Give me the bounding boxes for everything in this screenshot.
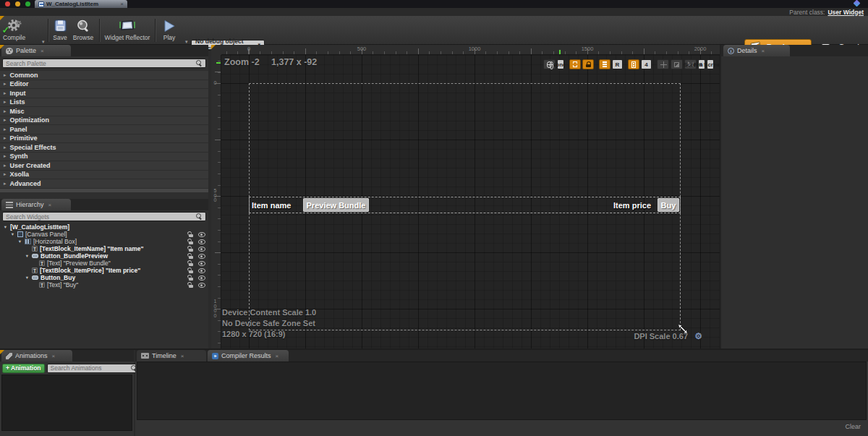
palette-category-xsolla[interactable]: ▸Xsolla [0,171,208,180]
hierarchy-row[interactable]: ▾Button_Buy [0,274,208,281]
play-options-caret-icon[interactable]: ▾ [185,39,188,45]
compile-options-caret-icon[interactable]: ▾ [42,39,45,45]
visibility-eye-icon[interactable] [198,232,205,237]
compiler-results-tab[interactable]: » Compiler Results × [208,350,289,362]
animations-search-input[interactable] [51,364,131,372]
hierarchy-tab[interactable]: Hierarchy × [1,199,71,210]
main-toolbar: ✓ Compile ▾ Save [0,16,868,45]
palette-category-common[interactable]: ▸Common [0,71,208,80]
animations-list[interactable] [1,375,132,431]
hierarchy-row[interactable]: T[TextBlock_ItemPrice] "Item price" [0,267,208,274]
palette-category-special-effects[interactable]: ▸Special Effects [0,143,208,153]
palette-category-synth[interactable]: ▸Synth [0,153,208,162]
add-animation-button[interactable]: + Animation [2,364,45,373]
compiler-results-tab-close-icon[interactable]: × [276,353,279,359]
lock-widgets-toggle[interactable] [582,59,594,69]
visibility-eye-icon[interactable] [198,275,205,281]
visibility-eye-icon[interactable] [198,247,205,252]
visibility-eye-icon[interactable] [198,261,205,266]
localization-dropdown[interactable]: None ▾ [557,59,564,69]
designer-viewport[interactable]: 0500100015002000 05001000 Zoom -2 1,377 … [211,45,720,349]
animations-icon [6,353,12,359]
palette-tab-close-icon[interactable]: × [41,48,44,54]
expander-icon[interactable]: ▾ [25,275,30,281]
canvas-item-name-text[interactable]: Item name [252,201,291,210]
play-button[interactable]: Play [156,18,182,43]
palette-tab[interactable]: Palette × [1,45,71,56]
palette-category-panel[interactable]: ▸Panel [0,125,208,134]
palette-scrollbar[interactable] [0,189,208,192]
lock-icon[interactable] [188,253,194,259]
palette-category-lists[interactable]: ▸Lists [0,98,208,108]
fill-screen-dropdown[interactable]: Fill Screen ▾ [707,59,714,69]
browse-button[interactable]: Browse [69,18,97,43]
visibility-eye-icon[interactable] [198,239,205,244]
hierarchy-tab-close-icon[interactable]: × [48,202,52,208]
save-button[interactable]: Save [49,18,71,43]
timeline-tab-close-icon[interactable]: × [181,353,184,359]
expander-icon[interactable]: ▾ [10,231,15,237]
palette-category-input[interactable]: ▸Input [0,89,208,98]
canvas-item-price-text[interactable]: Item price [613,201,651,210]
visibility-eye-icon[interactable] [198,283,205,288]
hierarchy-row[interactable]: ▾[Canvas Panel] [0,231,208,238]
palette-category-optimization[interactable]: ▸Optimization [0,116,208,126]
hierarchy-row[interactable]: ▾[W_CatalogListItem] [0,223,208,231]
hierarchy-row[interactable]: T[Text] "Preview Bundle" [0,260,208,267]
close-window-button[interactable] [5,1,10,7]
palette-category-editor[interactable]: ▸Editor [0,80,208,90]
widget-reflector-button[interactable]: Widget Reflector [101,18,153,43]
hierarchy-row[interactable]: ▾[Horizontal Box] [0,238,208,245]
visibility-eye-icon[interactable] [198,254,205,259]
hbox-widget-icon [25,239,31,244]
hierarchy-item-label: Button_Buy [41,274,75,281]
animations-tab-close-icon[interactable]: × [52,353,56,359]
expander-icon[interactable]: ▾ [25,253,30,259]
lock-icon [586,61,590,67]
palette-category-user-created[interactable]: ▸User Created [0,161,208,171]
expander-icon[interactable]: ▾ [3,224,8,230]
asset-tab[interactable]: W_CatalogListItem × [35,0,127,8]
horizontal-box-outline[interactable]: Item name Preview Bundle Item price Buy [249,197,681,213]
palette-category-advanced[interactable]: ▸Advanced [0,179,208,189]
lock-icon[interactable] [188,246,194,252]
details-tab[interactable]: i Details × [723,45,790,56]
animations-tab[interactable]: Animations × [1,350,72,362]
respect-locks-button[interactable]: R [612,59,623,69]
hierarchy-row[interactable]: T[TextBlock_ItemName] "Item name" [0,245,208,252]
lock-icon[interactable] [188,268,194,273]
expander-icon[interactable]: ▾ [17,239,22,244]
minimize-window-button[interactable] [15,1,20,7]
timeline-tab[interactable]: Timeline × [137,350,206,362]
compile-button[interactable]: ✓ Compile [3,18,25,43]
canvas-buy-button[interactable]: Buy [658,198,679,212]
lock-icon[interactable] [188,282,194,288]
transform-mode-button[interactable] [657,59,669,69]
outline-toggle[interactable] [599,59,610,69]
anchor-visibility-toggle[interactable] [569,59,581,69]
preview-background-button[interactable] [671,59,683,69]
canvas-preview-bundle-button[interactable]: Preview Bundle [303,198,369,212]
lock-icon[interactable] [188,239,194,244]
parent-class-link[interactable]: User Widget [827,9,864,16]
details-tab-close-icon[interactable]: × [762,48,765,54]
palette-search-input[interactable] [6,60,196,67]
lock-icon[interactable] [188,275,194,281]
palette-category-label: Advanced [10,180,41,187]
hierarchy-row[interactable]: ▾Button_BundlePreview [0,252,208,260]
compiler-results-log[interactable] [137,362,867,420]
lock-icon[interactable] [188,231,194,237]
zoom-window-button[interactable] [25,1,30,7]
hierarchy-search-input[interactable] [6,213,196,221]
lock-icon[interactable] [188,260,194,266]
dpi-settings-gear-icon[interactable]: ⚙ [694,331,702,341]
grid-snap-toggle[interactable] [628,59,639,69]
palette-category-misc[interactable]: ▸Misc [0,107,208,116]
visibility-eye-icon[interactable] [198,268,205,273]
clear-log-button[interactable]: Clear [845,423,861,430]
asset-tab-close-icon[interactable]: × [120,1,124,7]
grid-snap-size-button[interactable]: 4 [641,59,652,69]
hierarchy-row[interactable]: T[Text] "Buy" [0,281,208,288]
palette-category-primitive[interactable]: ▸Primitive [0,134,208,144]
text-widget-icon: T [32,268,38,273]
